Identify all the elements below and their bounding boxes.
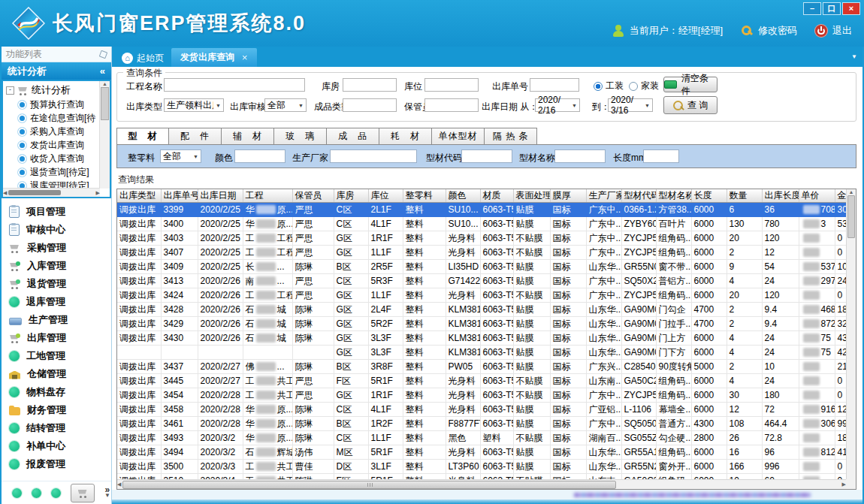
tab-list-caret-icon[interactable]: ▼ <box>851 53 857 60</box>
tab-shipping-outbound-query[interactable]: 发货出库查询 × <box>171 48 257 67</box>
section-header[interactable]: 统计分析 « <box>2 62 111 80</box>
table-row[interactable]: 调拨出库34002020/2/25华原...严思C区4L1F整料SU10...6… <box>117 217 846 231</box>
order-no-input[interactable] <box>530 78 579 92</box>
column-header[interactable]: 出库日期 <box>198 189 243 203</box>
circle-icon[interactable] <box>51 488 61 498</box>
tree-item[interactable]: 采购入库查询 <box>6 125 100 138</box>
column-header[interactable]: 整零料 <box>403 189 446 203</box>
more-menus-button[interactable]: »▼ <box>104 487 110 499</box>
column-header[interactable]: 生产厂家 <box>586 189 621 203</box>
table-row[interactable]: 调拨出库34932020/3/2华原...陈琳C区1L1F整料黑色塑料不贴膜国标… <box>117 431 846 445</box>
location-input[interactable] <box>424 78 479 92</box>
tab-home[interactable]: ⌂ 起始页 <box>114 49 171 67</box>
clear-conditions-button[interactable]: 清空条件 <box>663 77 717 92</box>
column-header[interactable]: 出库单号 <box>161 189 198 203</box>
table-row[interactable]: 调拨出库34302020/2/26石城陈琳G区3L3F整料KLM38176063… <box>117 331 846 346</box>
tree-vertical-scrollbar[interactable]: ▲ <box>99 81 110 189</box>
table-row[interactable]: 调拨出库33992020/2/25华原...严思C区2L1F整料SU10...6… <box>117 203 846 217</box>
table-row[interactable]: 调拨出库35102020/3/4工共工程陈琳F区5R1F整料光身料6063-T5… <box>117 474 846 480</box>
sidebar-menu-item[interactable]: 财务管理 <box>9 401 111 419</box>
sidebar-menu-item[interactable]: 入库管理 <box>9 257 111 275</box>
column-header[interactable]: 库房 <box>334 189 368 203</box>
table-row[interactable]: 调拨出库34032020/2/25工工程严思G区1R1F整料光身料6063-T5… <box>117 231 846 246</box>
sidebar-menu-item[interactable]: 退库管理 <box>9 293 111 311</box>
tree-root-node[interactable]: - 统计分析 <box>6 83 100 98</box>
column-header[interactable]: 膜厚 <box>550 189 586 203</box>
date-from-picker[interactable]: 2020/ 2/16▼ <box>535 98 580 112</box>
sidebar-menu-item[interactable]: 出库管理 <box>9 329 111 347</box>
table-row[interactable]: G区3L3F整料KLM38176063-T5贴膜国标山东华...GA90M09.… <box>117 346 846 360</box>
tab-close-icon[interactable]: × <box>242 52 248 63</box>
table-row[interactable]: 调拨出库34582020/2/28华原...陈琳C区4L1F整料光身料6063-… <box>117 403 846 417</box>
column-header[interactable]: 数量 <box>727 189 762 203</box>
circle-icon[interactable] <box>32 488 41 498</box>
table-row[interactable]: 调拨出库34942020/3/2石辉城汤伟M区5R1F整料光身料6063-T5贴… <box>117 445 846 460</box>
column-header[interactable]: 库位 <box>368 189 403 203</box>
sidebar-menu-item[interactable]: 采购管理 <box>9 239 111 257</box>
table-row[interactable]: 调拨出库35002020/3/3工共工程曹佳D区3L1F整料LT3P606063… <box>117 460 846 474</box>
column-header[interactable]: 工程 <box>243 189 292 203</box>
column-header[interactable]: 长度 <box>691 189 727 203</box>
sidebar-menu-item[interactable]: 工地管理 <box>9 347 111 365</box>
sidebar-menu-item[interactable]: 补单中心 <box>9 437 111 455</box>
material-type-tab-7[interactable]: 隔 热 条 <box>485 128 537 145</box>
collapse-icon[interactable]: « <box>100 65 105 77</box>
tree-item[interactable]: 退货查询[待定] <box>6 165 100 179</box>
expander-icon[interactable]: - <box>6 86 14 95</box>
table-row[interactable]: 调拨出库34452020/2/27工共工程严思F区5R1F整料光身料6063-T… <box>117 374 846 388</box>
tree-horizontal-scrollbar[interactable]: ◀▶ <box>3 188 100 197</box>
table-row[interactable]: 调拨出库34612020/2/28华原...陈琳B区1R2F整料F8877FT6… <box>117 417 846 431</box>
circle-icon[interactable] <box>12 488 22 498</box>
material-type-tab-1[interactable]: 配 件 <box>169 128 222 145</box>
out-type-select[interactable]: 生产领料出库▼ <box>164 98 224 112</box>
close-button[interactable]: × <box>842 2 860 15</box>
date-to-picker[interactable]: 2020/ 3/16▼ <box>608 98 653 112</box>
sidebar-menu-item[interactable]: 报废管理 <box>9 455 111 473</box>
table-row[interactable]: 调拨出库34242020/2/26工工程严思G区1L1F整料光身料6063-T5… <box>117 288 846 303</box>
column-header[interactable]: 颜色 <box>446 189 480 203</box>
tree-item[interactable]: 收货入库查询 <box>6 152 100 165</box>
material-type-tab-6[interactable]: 单体型材 <box>432 128 485 145</box>
warehouse-input[interactable] <box>343 78 397 92</box>
profile-code-input[interactable] <box>461 149 512 163</box>
profile-name-input[interactable] <box>554 149 606 163</box>
minimize-button[interactable]: – <box>803 2 821 15</box>
project-name-input[interactable] <box>164 78 305 92</box>
table-row[interactable]: 调拨出库34372020/2/27佛...陈琳B区3R8F整料PW056063-… <box>117 360 846 374</box>
column-header[interactable]: 金 <box>835 189 846 203</box>
table-row[interactable]: 调拨出库34132020/2/26南...严思C区5R3F整料G71422606… <box>117 274 846 288</box>
maximize-button[interactable]: 口 <box>823 2 841 15</box>
sidebar-menu-item[interactable]: 生产管理 <box>9 311 111 329</box>
horizontal-scrollbar[interactable]: ◀▶ <box>117 479 846 489</box>
keeper-input[interactable] <box>424 98 479 112</box>
table-row[interactable]: 调拨出库34072020/2/25工工程严思G区1L1F整料光身料6063-T5… <box>117 246 846 260</box>
tree-item[interactable]: 在途信息查询[待 <box>6 111 100 125</box>
radio-jiazhuang[interactable]: 家装 <box>629 80 659 92</box>
table-row[interactable]: 调拨出库34092020/2/25长...陈琳B区2R5F整料LI35HD606… <box>117 260 846 274</box>
product-type-input[interactable] <box>343 98 397 112</box>
column-header[interactable]: 出库类型 <box>117 189 161 203</box>
sidebar-menu-item[interactable]: 物料盘存 <box>9 383 111 401</box>
cart-shortcut-button[interactable] <box>71 484 95 502</box>
sidebar-menu-item[interactable]: 退货管理 <box>9 275 111 293</box>
search-button[interactable]: 查 询 <box>663 96 717 114</box>
column-header[interactable]: 单价 <box>799 189 835 203</box>
vertical-scrollbar[interactable]: ▲ <box>846 189 856 479</box>
material-type-tab-2[interactable]: 辅 材 <box>222 128 274 145</box>
logout-link[interactable]: 退出 <box>832 24 852 38</box>
material-type-tab-3[interactable]: 玻 璃 <box>274 128 327 145</box>
table-row[interactable]: 调拨出库34542020/2/28工共工程严思G区1R1F整料光身料6063-T… <box>117 388 846 403</box>
column-header[interactable]: 材质 <box>480 189 513 203</box>
length-input[interactable] <box>643 149 679 163</box>
table-row[interactable]: 调拨出库34292020/2/26石城陈琳G区5R2F整料KLM38176063… <box>117 317 846 331</box>
color-input[interactable] <box>234 149 285 163</box>
material-type-tab-4[interactable]: 成 品 <box>327 128 379 145</box>
column-header[interactable]: 表面处理 <box>513 189 550 203</box>
sidebar-menu-item[interactable]: 审核中心 <box>9 221 111 239</box>
sidebar-menu-item[interactable]: 项目管理 <box>9 203 111 221</box>
tree-item[interactable]: 发货出库查询 <box>6 138 100 152</box>
whole-part-select[interactable]: 全部▼ <box>160 149 201 163</box>
table-row[interactable]: 调拨出库34282020/2/26石城陈琳G区2L4F整料KLM38176063… <box>117 303 846 317</box>
radio-gongzhuang[interactable]: 工装 <box>594 80 624 92</box>
audit-select[interactable]: 全部▼ <box>264 98 307 112</box>
